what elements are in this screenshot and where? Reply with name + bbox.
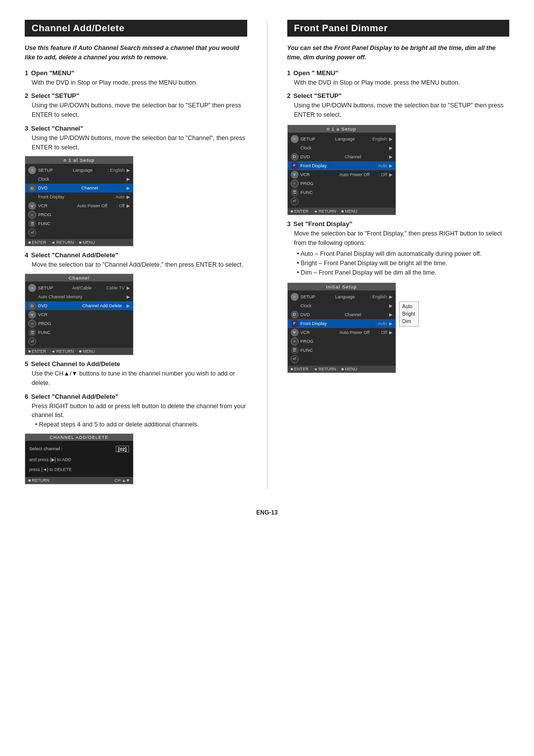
- enter-icon3: ⏎: [291, 197, 299, 205]
- ui-row: Clock ▶: [25, 175, 133, 184]
- left-step-3-body: Using the UP/DOWN buttons, move the sele…: [32, 134, 247, 152]
- dvd-icon4: D: [291, 311, 299, 319]
- ui-row: ☆ SETUP Language : English ▶: [288, 135, 396, 143]
- dimmer-option-bright: Bright: [402, 311, 415, 317]
- left-step-5-body: Use the CH▲/▼ buttons to tune in the cha…: [32, 369, 247, 388]
- setup-icon: ☆: [28, 166, 36, 174]
- left-step-3: 3 Select "Channel" Using the UP/DOWN but…: [25, 125, 247, 247]
- func-icon2: ☰: [28, 329, 36, 336]
- left-step-1: 1 Open "MENU" With the DVD in Stop or Pl…: [25, 69, 247, 88]
- empty-icon: [28, 175, 36, 183]
- vcr-icon4: V: [291, 329, 299, 336]
- right-ui-menu-1: ☆ SETUP Language : English ▶ Clock ▶: [288, 133, 396, 208]
- left-step-6-body: Press RIGHT button to add or press left …: [32, 402, 247, 429]
- left-ui-box-2: Channel ☆ SETUP Ant/Cable Cable TV ▶ Aut…: [25, 274, 134, 355]
- prog-icon: ○: [28, 211, 36, 219]
- page-number: ENG-13: [25, 509, 509, 516]
- left-step-6-header: 6 Select "Channel Add/Delete": [25, 393, 247, 400]
- ui-row: D DVD Channel ▶: [288, 152, 396, 161]
- right-step-2: 2 Select "SETUP" Using the UP/DOWN butto…: [287, 92, 510, 215]
- left-step-2-header: 2 Select "SETUP": [25, 92, 247, 99]
- setup-icon4: ☆: [291, 293, 299, 301]
- dimmer-option-auto: Auto: [402, 304, 415, 309]
- dvd-icon: D: [28, 184, 36, 192]
- left-ui-box-1-title: n 1 al Setup: [25, 156, 133, 164]
- right-step-1: 1 Open " MENU" With the DVD in Stop or P…: [287, 69, 510, 88]
- func-icon4: ☰: [291, 346, 299, 354]
- ui-row-highlighted: D DVD Channel Add Delete ▶: [25, 301, 133, 310]
- left-step-2-body: Using the UP/DOWN buttons, move the sele…: [32, 101, 247, 120]
- column-separator: [267, 20, 267, 489]
- ui-row: ☰ FUNC: [25, 328, 133, 337]
- right-step-3: 3 Set "Front Display" Move the selection…: [287, 220, 510, 373]
- ui-row: ☆ SETUP Ant/Cable Cable TV ▶: [25, 284, 133, 292]
- ui-row: V VCR: [25, 310, 133, 319]
- ui-row: ☆ SETUP Language : English ▶: [288, 292, 396, 301]
- ui-row: ⏎: [25, 337, 133, 346]
- ui-row: ○ PROG: [288, 337, 396, 346]
- dvd-icon3: D: [291, 153, 299, 161]
- select-channel-value: [02]: [116, 446, 129, 452]
- footer-ch: CH ▲▼: [115, 478, 130, 483]
- left-step-4: 4 Select "Channel Add/Delete" Move the s…: [25, 251, 247, 355]
- ui-row-highlighted: D DVD Channel ▶: [25, 184, 133, 192]
- ui-row: ⏎: [288, 355, 396, 364]
- func-icon3: ☰: [291, 189, 299, 196]
- left-step-5: 5 Select Channel to Add/Delete Use the C…: [25, 360, 247, 388]
- setup-icon2: ☆: [28, 284, 36, 292]
- left-step-4-header: 4 Select "Channel Add/Delete": [25, 251, 247, 259]
- right-ui-box-2-title: Initial Setup: [288, 283, 396, 290]
- left-column: Channel Add/Delete Use this feature if A…: [25, 20, 247, 489]
- left-step-5-header: 5 Select Channel to Add/Delete: [25, 360, 247, 368]
- press-add-row: and press [▶] to ADD: [29, 457, 129, 462]
- left-intro: Use this feature if Auto Channel Search …: [25, 44, 247, 62]
- ui-row: ☰ FUNC: [25, 219, 133, 228]
- ui-row: ⏎: [25, 228, 133, 237]
- enter-icon: ⏎: [28, 229, 36, 236]
- prog-icon3: ○: [291, 180, 299, 188]
- left-ui-footer-2: ■ ENTER ◄ RETURN ■ MENU: [25, 348, 133, 355]
- ui-row: ☰ FUNC: [288, 188, 396, 197]
- enter-icon2: ⏎: [28, 337, 36, 345]
- right-ui-menu-2: ☆ SETUP Language : English ▶ Clock ▶: [288, 290, 396, 366]
- dimmer-option-dim: Dim: [402, 319, 415, 324]
- select-channel-label: Select channel :: [29, 446, 63, 452]
- front-display-icon2: F: [291, 320, 299, 328]
- bullet-auto: • Auto – Front Panel Display will dim au…: [297, 249, 510, 259]
- ui-row: ○ PROG: [25, 210, 133, 219]
- empty-icon4: [291, 144, 299, 152]
- footer-return: ■ RETURN: [28, 478, 49, 483]
- ui-row: V VCR Auto Power Off : Off ▶: [288, 170, 396, 179]
- ui-row: ☰ FUNC: [288, 346, 396, 355]
- right-ui-footer-1: ■ ENTER ◄ RETURN ■ MENU: [288, 208, 396, 215]
- right-ui-box-1-title: n 1 a Setup: [288, 125, 396, 133]
- left-section-title: Channel Add/Delete: [25, 20, 247, 37]
- ui-row-highlighted: F Front Display : Auto ▶: [288, 161, 396, 170]
- ui-row: ○ PROG: [25, 319, 133, 328]
- vcr-icon2: V: [28, 311, 36, 319]
- ui-row: V VCR Auto Power Off : Off ▶: [25, 201, 133, 210]
- ui-row: Auto Channel Memory ▶: [25, 292, 133, 301]
- right-ui-footer-2: ■ ENTER ◄ RETURN ■ MENU: [288, 366, 396, 373]
- left-ui-box-2-title: Channel: [25, 274, 133, 282]
- left-step-1-header: 1 Open "MENU": [25, 69, 247, 77]
- channel-adddelete-footer: ■ RETURN CH ▲▼: [25, 477, 133, 484]
- channel-adddelete-box: CHANNEL ADD/DELETE Select channel : [02]…: [25, 433, 134, 484]
- bullet-bright: • Bright – Front Panel Display will be b…: [297, 259, 510, 268]
- page: Channel Add/Delete Use this feature if A…: [0, 0, 534, 756]
- empty-icon2: [28, 193, 36, 201]
- left-step-1-body: With the DVD in Stop or Play mode, press…: [32, 78, 247, 88]
- left-ui-box-1: n 1 al Setup ☆ SETUP Language : English …: [25, 156, 134, 246]
- left-ui-menu-1: ☆ SETUP Language : English ▶ Clock ▶: [25, 164, 133, 239]
- left-step-4-body: Move the selection bar to "Channel Add/D…: [32, 260, 247, 270]
- right-step-3-header: 3 Set "Front Display": [287, 220, 510, 228]
- ui-row: Clock ▶: [288, 143, 396, 152]
- right-step-1-header: 1 Open " MENU": [287, 69, 510, 77]
- right-intro: You can set the Front Panel Display to b…: [287, 44, 510, 62]
- empty-icon5: [291, 302, 299, 310]
- right-step-2-header: 2 Select "SETUP": [287, 92, 510, 99]
- ui-row: Clock ▶: [288, 301, 396, 310]
- bullet-dim: • Dim – Front Panel Display will be dim …: [297, 268, 510, 278]
- dvd-icon2: D: [28, 302, 36, 310]
- right-ui-box-2: Initial Setup ☆ SETUP Language : English…: [287, 283, 396, 373]
